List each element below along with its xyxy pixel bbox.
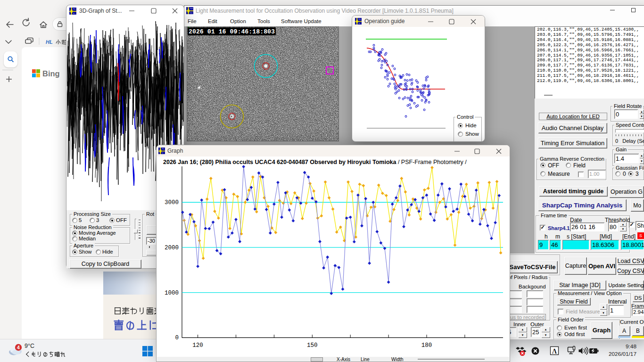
svg-text:Λ: Λ [552, 348, 557, 355]
svg-text:150: 150 [307, 342, 318, 349]
svg-text:2000: 2000 [165, 245, 179, 251]
svg-text:2026 01 16 09:46:18:803: 2026 01 16 09:46:18:803 [189, 28, 275, 35]
svg-text:Bing: Bing [42, 69, 60, 78]
svg-text:2026 Jan 16; (280) Philia occu: 2026 Jan 16; (280) Philia occults UCAC4 … [163, 159, 467, 165]
svg-text:120: 120 [192, 342, 203, 349]
svg-text:3000: 3000 [165, 199, 179, 206]
svg-text:HL: HL [46, 39, 53, 45]
svg-text:1000: 1000 [165, 290, 179, 296]
svg-text:180: 180 [421, 342, 432, 349]
svg-text:4: 4 [17, 345, 20, 350]
svg-text:0: 0 [175, 335, 179, 341]
